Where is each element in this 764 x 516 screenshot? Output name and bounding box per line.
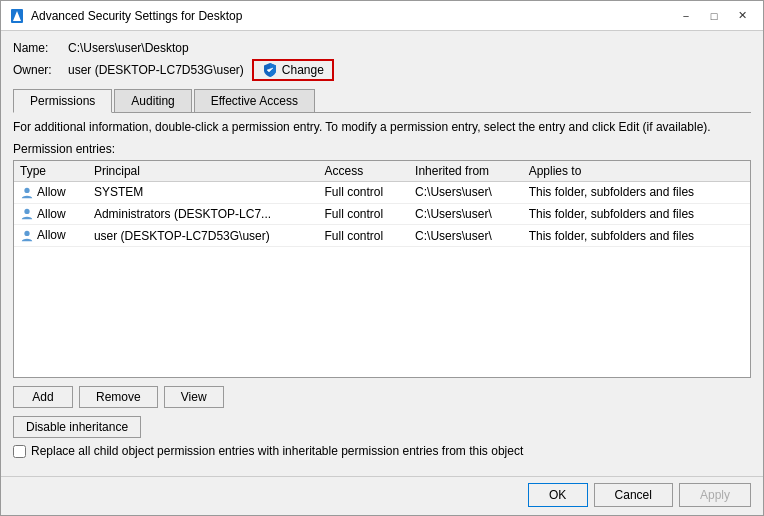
cell-principal: user (DESKTOP-LC7D53G\user) — [88, 225, 319, 247]
maximize-button[interactable]: □ — [701, 6, 727, 26]
cell-type: Allow — [14, 181, 88, 203]
table-header-row: Type Principal Access Inherited from App… — [14, 161, 750, 182]
user-icon — [20, 186, 34, 200]
cell-inherited: C:\Users\user\ — [409, 225, 523, 247]
table-row[interactable]: AllowAdministrators (DESKTOP-LC7...Full … — [14, 203, 750, 225]
replace-checkbox-label: Replace all child object permission entr… — [31, 444, 523, 458]
cell-inherited: C:\Users\user\ — [409, 203, 523, 225]
cell-access: Full control — [319, 181, 410, 203]
cell-applies: This folder, subfolders and files — [523, 181, 750, 203]
apply-button[interactable]: Apply — [679, 483, 751, 507]
shield-icon — [262, 62, 278, 78]
window-controls: − □ ✕ — [673, 6, 755, 26]
name-value: C:\Users\user\Desktop — [68, 41, 189, 55]
window-title: Advanced Security Settings for Desktop — [31, 9, 673, 23]
cell-principal: SYSTEM — [88, 181, 319, 203]
permissions-table: Type Principal Access Inherited from App… — [14, 161, 750, 247]
content-area: Name: C:\Users\user\Desktop Owner: user … — [1, 31, 763, 476]
svg-point-5 — [24, 231, 29, 236]
cell-type: Allow — [14, 225, 88, 247]
footer: OK Cancel Apply — [1, 476, 763, 515]
add-button[interactable]: Add — [13, 386, 73, 408]
ok-button[interactable]: OK — [528, 483, 588, 507]
tab-permissions[interactable]: Permissions — [13, 89, 112, 113]
permissions-label: Permission entries: — [13, 142, 751, 156]
col-inherited: Inherited from — [409, 161, 523, 182]
name-label: Name: — [13, 41, 68, 55]
disable-inheritance-button[interactable]: Disable inheritance — [13, 416, 141, 438]
table-row[interactable]: AllowSYSTEMFull controlC:\Users\user\Thi… — [14, 181, 750, 203]
remove-button[interactable]: Remove — [79, 386, 158, 408]
cell-access: Full control — [319, 225, 410, 247]
owner-label: Owner: — [13, 63, 68, 77]
change-button[interactable]: Change — [252, 59, 334, 81]
user-icon — [20, 207, 34, 221]
cell-access: Full control — [319, 203, 410, 225]
user-icon — [20, 229, 34, 243]
tab-auditing[interactable]: Auditing — [114, 89, 191, 112]
owner-row: Owner: user (DESKTOP-LC7D53G\user) Chang… — [13, 59, 751, 81]
cell-principal: Administrators (DESKTOP-LC7... — [88, 203, 319, 225]
svg-point-4 — [24, 209, 29, 214]
minimize-button[interactable]: − — [673, 6, 699, 26]
col-type: Type — [14, 161, 88, 182]
tab-effective-access[interactable]: Effective Access — [194, 89, 315, 112]
table-row[interactable]: Allowuser (DESKTOP-LC7D53G\user)Full con… — [14, 225, 750, 247]
change-label: Change — [282, 63, 324, 77]
action-buttons: Add Remove View — [13, 386, 751, 408]
replace-checkbox[interactable] — [13, 445, 26, 458]
svg-point-3 — [24, 187, 29, 192]
name-row: Name: C:\Users\user\Desktop — [13, 41, 751, 55]
cell-applies: This folder, subfolders and files — [523, 225, 750, 247]
col-principal: Principal — [88, 161, 319, 182]
cancel-button[interactable]: Cancel — [594, 483, 673, 507]
description-text: For additional information, double-click… — [13, 119, 751, 136]
replace-checkbox-row: Replace all child object permission entr… — [13, 444, 751, 458]
close-button[interactable]: ✕ — [729, 6, 755, 26]
titlebar: Advanced Security Settings for Desktop −… — [1, 1, 763, 31]
col-applies: Applies to — [523, 161, 750, 182]
permissions-table-wrapper: Type Principal Access Inherited from App… — [13, 160, 751, 378]
view-button[interactable]: View — [164, 386, 224, 408]
owner-value: user (DESKTOP-LC7D53G\user) — [68, 63, 244, 77]
inheritance-row: Disable inheritance — [13, 416, 751, 444]
cell-inherited: C:\Users\user\ — [409, 181, 523, 203]
main-window: Advanced Security Settings for Desktop −… — [0, 0, 764, 516]
window-icon — [9, 8, 25, 24]
cell-applies: This folder, subfolders and files — [523, 203, 750, 225]
col-access: Access — [319, 161, 410, 182]
cell-type: Allow — [14, 203, 88, 225]
tab-bar: Permissions Auditing Effective Access — [13, 89, 751, 113]
